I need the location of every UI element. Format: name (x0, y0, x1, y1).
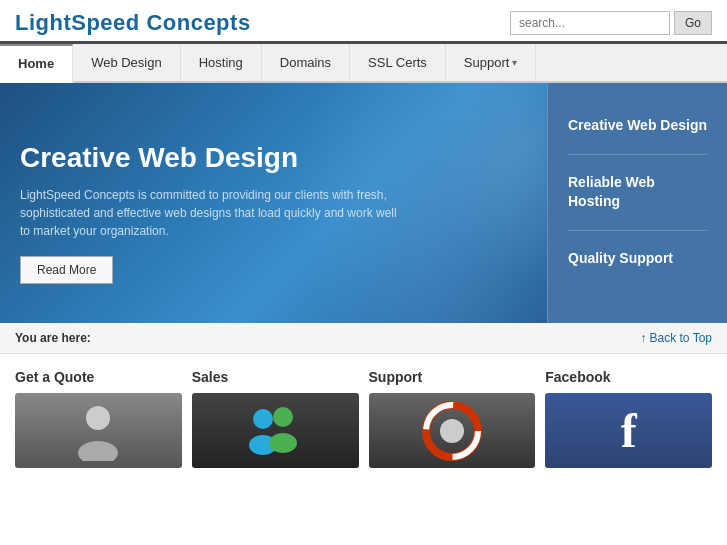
breadcrumb-bar: You are here: ↑ Back to Top (0, 323, 727, 354)
card-image-facebook: f (545, 393, 712, 468)
svg-point-8 (440, 419, 464, 443)
facebook-logo-icon: f (621, 403, 637, 458)
you-are-here-label: You are here: (15, 331, 91, 345)
person-icon (73, 401, 123, 461)
search-button[interactable]: Go (674, 11, 712, 35)
card-title: Support (369, 369, 536, 385)
nav-item-ssl-certs[interactable]: SSL Certs (350, 44, 446, 81)
sales-people-icon (245, 403, 305, 458)
dropdown-arrow-icon: ▾ (512, 57, 517, 68)
nav-item-domains[interactable]: Domains (262, 44, 350, 81)
cards-section: Get a Quote Sales Support Facebookf (0, 354, 727, 478)
card-quote: Get a Quote (15, 369, 182, 468)
site-title: LightSpeed Concepts (15, 10, 251, 36)
card-support: Support (369, 369, 536, 468)
svg-point-1 (78, 441, 118, 461)
svg-point-2 (253, 409, 273, 429)
hero-sidebar-item[interactable]: Reliable Web Hosting (568, 155, 707, 231)
hero-description: LightSpeed Concepts is committed to prov… (20, 186, 400, 240)
hero-section: Creative Web Design LightSpeed Concepts … (0, 83, 727, 323)
header: LightSpeed Concepts Go (0, 0, 727, 44)
card-image-support (369, 393, 536, 468)
svg-point-4 (273, 407, 293, 427)
search-area: Go (510, 11, 712, 35)
nav-item-web-design[interactable]: Web Design (73, 44, 181, 81)
nav-item-hosting[interactable]: Hosting (181, 44, 262, 81)
card-sales: Sales (192, 369, 359, 468)
nav-item-support[interactable]: Support▾ (446, 44, 537, 81)
card-facebook: Facebookf (545, 369, 712, 468)
svg-point-0 (86, 406, 110, 430)
search-input[interactable] (510, 11, 670, 35)
lifepreserver-icon (422, 401, 482, 461)
nav: HomeWeb DesignHostingDomainsSSL CertsSup… (0, 44, 727, 83)
card-title: Facebook (545, 369, 712, 385)
hero-sidebar: Creative Web DesignReliable Web HostingQ… (547, 83, 727, 323)
card-image-sales (192, 393, 359, 468)
card-image-quote (15, 393, 182, 468)
hero-sidebar-item[interactable]: Quality Support (568, 231, 707, 287)
hero-sidebar-item[interactable]: Creative Web Design (568, 98, 707, 155)
hero-read-more-button[interactable]: Read More (20, 256, 113, 284)
nav-item-home[interactable]: Home (0, 44, 73, 83)
hero-title: Creative Web Design (20, 142, 527, 174)
hero-main: Creative Web Design LightSpeed Concepts … (0, 83, 547, 323)
back-to-top-link[interactable]: ↑ Back to Top (640, 331, 712, 345)
card-title: Sales (192, 369, 359, 385)
card-title: Get a Quote (15, 369, 182, 385)
svg-point-5 (269, 433, 297, 453)
